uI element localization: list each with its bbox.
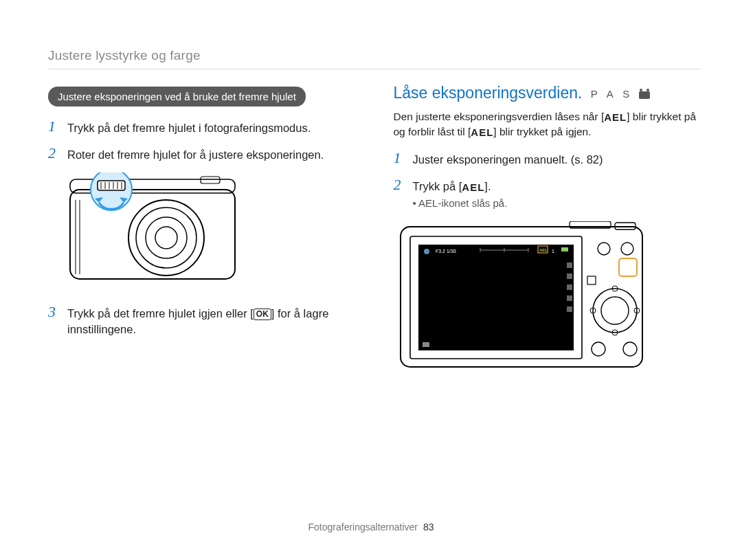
svg-rect-34: [567, 284, 572, 290]
step-number: 1: [48, 119, 60, 134]
step-2: 2 Roter det fremre hjulet for å justere …: [48, 146, 356, 163]
step-1: 1 Trykk på det fremre hjulet i fotografe…: [48, 119, 356, 136]
step-text: Trykk på det fremre hjulet i fotograferi…: [67, 119, 311, 136]
ael-label: AEL: [462, 180, 484, 194]
svg-text:AEL: AEL: [539, 248, 548, 252]
svg-rect-36: [567, 306, 572, 312]
svg-point-9: [91, 172, 132, 210]
svg-rect-35: [567, 295, 572, 301]
step-number: 2: [48, 146, 60, 161]
intro-text: Den justerte eksponeringsverdien låses n…: [394, 109, 701, 139]
camera-back-diagram: F3.2 1/30 1 AEL: [398, 221, 701, 375]
mode-letters: P A S: [591, 88, 633, 100]
ok-key: OK: [254, 309, 271, 320]
step-number: 1: [394, 150, 406, 166]
svg-point-42: [593, 289, 637, 333]
heading-text: Låse eksponeringsverdien.: [394, 84, 583, 102]
svg-point-5: [155, 227, 177, 249]
content-columns: Justere eksponeringen ved å bruke det fr…: [48, 87, 701, 388]
step-number: 2: [394, 177, 406, 192]
svg-rect-50: [587, 276, 596, 284]
step-text: Trykk på [AEL].: [413, 177, 491, 194]
ael-label: AEL: [471, 125, 493, 139]
svg-rect-41: [619, 258, 637, 276]
section-title: Justere lysstyrke og farge: [48, 48, 701, 69]
screen-top-text: F3.2 1/30: [436, 249, 456, 254]
left-column: Justere eksponeringen ved å bruke det fr…: [48, 87, 356, 388]
step-r1: 1 Juster eksponeringen manuelt. (s. 82): [394, 150, 701, 168]
ael-label: AEL: [604, 110, 627, 124]
svg-point-38: [424, 249, 429, 254]
svg-rect-10: [98, 181, 125, 190]
svg-point-2: [128, 200, 204, 276]
svg-rect-32: [567, 262, 572, 268]
svg-rect-23: [418, 245, 574, 350]
svg-text:1: 1: [552, 249, 554, 254]
sub-bullet: • AEL-ikonet slås på.: [413, 197, 701, 209]
svg-rect-33: [567, 273, 572, 279]
step-3: 3 Trykk på det fremre hjulet igjen eller…: [48, 304, 356, 337]
mode-icons: P A S: [591, 88, 651, 100]
step-text-b: ].: [484, 180, 491, 192]
right-column: Låse eksponeringsverdien. P A S Den just…: [394, 87, 701, 388]
svg-rect-37: [423, 342, 429, 347]
svg-rect-8: [201, 177, 220, 183]
page-footer: Fotograferingsalternativer 83: [0, 522, 742, 533]
step-text: Trykk på det fremre hjulet igjen eller […: [67, 304, 356, 337]
pill-heading: Justere eksponeringen ved å bruke det fr…: [48, 87, 306, 107]
step-text: Roter det fremre hjulet for å justere ek…: [67, 146, 324, 163]
right-heading: Låse eksponeringsverdien. P A S: [394, 84, 701, 102]
movie-mode-icon: [639, 91, 650, 99]
footer-label: Fotograferingsalternativer: [308, 522, 418, 533]
step-text: Juster eksponeringen manuelt. (s. 82): [413, 150, 603, 168]
svg-point-48: [592, 342, 605, 356]
svg-point-4: [146, 217, 187, 258]
step-number: 3: [48, 304, 60, 320]
bullet-text: AEL-ikonet slås på.: [418, 197, 507, 209]
svg-point-39: [598, 243, 610, 255]
svg-point-43: [601, 297, 629, 324]
svg-point-49: [623, 342, 637, 356]
svg-point-3: [136, 208, 196, 268]
intro-c: ] blir trykket på igjen.: [493, 126, 591, 137]
svg-point-40: [621, 243, 633, 255]
step-text-a: Trykk på det fremre hjulet igjen eller [: [67, 307, 254, 320]
camera-front-diagram: [63, 172, 356, 292]
svg-rect-31: [561, 247, 568, 251]
intro-a: Den justerte eksponeringsverdien låses n…: [394, 111, 605, 122]
step-text-a: Trykk på [: [413, 180, 462, 192]
page-number: 83: [423, 522, 434, 533]
step-r2: 2 Trykk på [AEL].: [394, 177, 701, 194]
